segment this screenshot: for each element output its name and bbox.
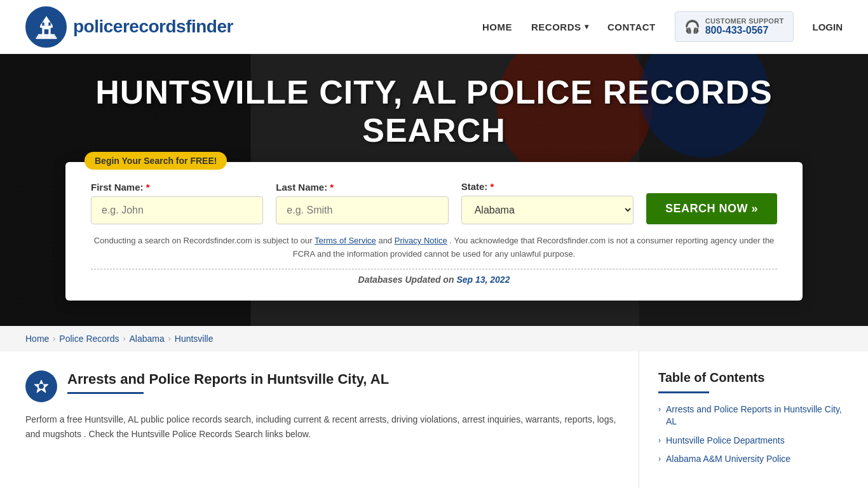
hero-section: HUNTSVILLE CITY, AL POLICE RECORDS SEARC… (0, 54, 868, 326)
last-name-label: Last Name: * (276, 182, 448, 193)
sidebar: Table of Contents › Arrests and Police R… (639, 351, 843, 488)
required-star: * (146, 182, 150, 193)
disclaimer-text: Conducting a search on Recordsfinder.com… (91, 234, 777, 261)
logo-icon (25, 6, 67, 48)
toc-link-3[interactable]: Alabama A&M University Police (666, 453, 790, 466)
divider (91, 269, 777, 269)
required-star-state: * (491, 181, 494, 192)
svg-point-12 (39, 384, 44, 389)
main-content: Arrests and Police Reports in Huntsville… (25, 351, 639, 488)
support-info: CUSTOMER SUPPORT 800-433-0567 (705, 17, 784, 36)
last-name-input[interactable] (276, 196, 448, 224)
chevron-down-icon: ▾ (585, 22, 589, 31)
main-nav: HOME RECORDS ▾ CONTACT 🎧 CUSTOMER SUPPOR… (482, 11, 843, 42)
state-label: State: * (461, 181, 634, 192)
breadcrumb-sep-1: › (53, 334, 55, 343)
login-button[interactable]: LOGIN (813, 22, 843, 32)
db-updated: Databases Updated on Sep 13, 2022 (91, 274, 777, 285)
breadcrumb-sep-2: › (123, 334, 126, 343)
state-select[interactable]: Alabama Alaska Arizona California Florid… (461, 196, 634, 224)
nav-contact[interactable]: CONTACT (607, 22, 656, 32)
headset-icon: 🎧 (684, 19, 700, 34)
content-area: Arrests and Police Reports in Huntsville… (0, 351, 868, 488)
toc-item-1: › Arrests and Police Reports in Huntsvil… (658, 403, 843, 428)
breadcrumb-police-records[interactable]: Police Records (59, 334, 119, 344)
toc-title: Table of Contents (658, 370, 843, 385)
svg-rect-9 (36, 37, 57, 39)
badge-icon (25, 370, 57, 402)
search-card: Begin Your Search for FREE! First Name: … (65, 162, 803, 301)
toc-underline (658, 391, 709, 393)
nav-home[interactable]: HOME (482, 22, 512, 32)
last-name-field-group: Last Name: * (276, 182, 448, 224)
db-updated-date: Sep 13, 2022 (456, 274, 510, 285)
first-name-field-group: First Name: * (91, 182, 263, 224)
toc-link-1[interactable]: Arrests and Police Reports in Huntsville… (666, 403, 843, 428)
article-title: Arrests and Police Reports in Huntsville… (67, 370, 389, 389)
breadcrumb-current: Huntsville (175, 334, 214, 344)
article-title-underline (67, 392, 144, 394)
toc-item-2: › Huntsville Police Departments (658, 435, 843, 447)
toc-chevron-3: › (658, 454, 661, 463)
svg-rect-5 (42, 22, 44, 25)
article-header: Arrests and Police Reports in Huntsville… (25, 370, 620, 402)
article-title-area: Arrests and Police Reports in Huntsville… (67, 370, 389, 395)
breadcrumb-alabama[interactable]: Alabama (130, 334, 165, 344)
toc-item-3: › Alabama A&M University Police (658, 453, 843, 466)
logo-wordmark: policerecordsfinder (73, 17, 233, 37)
svg-rect-7 (37, 34, 55, 36)
svg-rect-8 (37, 36, 56, 37)
article-body: Perform a free Huntsville, AL public pol… (25, 412, 620, 443)
first-name-label: First Name: * (91, 182, 263, 193)
customer-support-button[interactable]: 🎧 CUSTOMER SUPPORT 800-433-0567 (675, 11, 794, 42)
site-header: policerecordsfinder HOME RECORDS ▾ CONTA… (0, 0, 868, 54)
terms-link[interactable]: Terms of Service (315, 236, 376, 245)
svg-rect-2 (40, 25, 53, 27)
toc-chevron-2: › (658, 436, 661, 445)
breadcrumb-sep-3: › (168, 334, 171, 343)
nav-records[interactable]: RECORDS ▾ (531, 22, 588, 32)
breadcrumb: Home › Police Records › Alabama › Huntsv… (0, 326, 868, 351)
toc-link-2[interactable]: Huntsville Police Departments (666, 435, 785, 447)
privacy-link[interactable]: Privacy Notice (395, 236, 447, 245)
toc-chevron-1: › (658, 405, 661, 414)
first-name-input[interactable] (91, 196, 263, 224)
search-row: First Name: * Last Name: * State: * A (91, 181, 777, 224)
state-field-group: State: * Alabama Alaska Arizona Californ… (461, 181, 634, 224)
hero-title: HUNTSVILLE CITY, AL POLICE RECORDS SEARC… (53, 73, 815, 149)
free-badge: Begin Your Search for FREE! (85, 152, 227, 170)
required-star-last: * (330, 182, 334, 193)
search-button[interactable]: SEARCH NOW » (646, 193, 777, 224)
svg-rect-6 (48, 22, 50, 25)
logo[interactable]: policerecordsfinder (25, 6, 233, 48)
breadcrumb-home[interactable]: Home (25, 334, 49, 344)
